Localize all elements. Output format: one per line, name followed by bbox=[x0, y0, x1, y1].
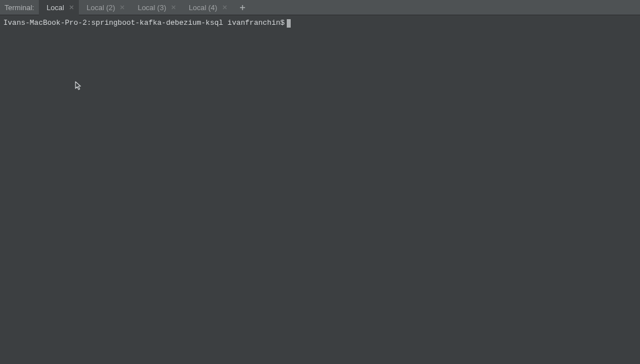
close-icon[interactable] bbox=[69, 5, 74, 10]
tab-local-2[interactable]: Local (2) bbox=[79, 0, 130, 15]
tab-local-4[interactable]: Local (4) bbox=[181, 0, 232, 15]
close-icon[interactable] bbox=[119, 5, 125, 10]
terminal-tab-bar: Terminal: Local Local (2) Local (3) Loca… bbox=[0, 0, 640, 15]
prompt-text: Ivans-MacBook-Pro-2:springboot-kafka-deb… bbox=[3, 18, 285, 28]
close-icon[interactable] bbox=[222, 5, 228, 10]
add-tab-button[interactable] bbox=[235, 0, 250, 15]
close-icon[interactable] bbox=[171, 5, 176, 10]
terminal-label: Terminal: bbox=[0, 0, 39, 15]
tab-label: Local (3) bbox=[137, 3, 166, 12]
tab-local-1[interactable]: Local bbox=[39, 0, 79, 15]
tab-local-3[interactable]: Local (3) bbox=[130, 0, 181, 15]
prompt-line: Ivans-MacBook-Pro-2:springboot-kafka-deb… bbox=[3, 18, 637, 28]
tab-label: Local bbox=[47, 3, 64, 12]
terminal-content[interactable]: Ivans-MacBook-Pro-2:springboot-kafka-deb… bbox=[0, 15, 640, 364]
tab-label: Local (4) bbox=[189, 3, 217, 12]
terminal-cursor bbox=[287, 19, 291, 28]
tab-label: Local (2) bbox=[87, 3, 115, 12]
